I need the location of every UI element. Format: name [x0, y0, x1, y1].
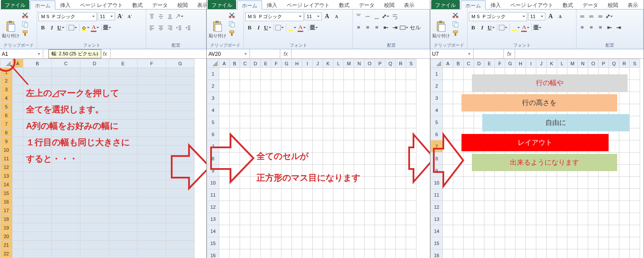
cell[interactable] [323, 213, 333, 225]
shrink-font-button[interactable]: A [332, 12, 341, 21]
cell[interactable] [250, 177, 261, 189]
cell[interactable] [52, 102, 80, 111]
grow-font-button[interactable]: A [323, 12, 331, 21]
cell[interactable] [619, 165, 630, 177]
cell[interactable] [609, 80, 619, 92]
cell[interactable] [526, 213, 536, 225]
cell[interactable] [250, 165, 261, 177]
cell[interactable] [557, 128, 567, 140]
cell[interactable] [495, 225, 505, 237]
cell[interactable] [13, 249, 23, 258]
cell[interactable] [599, 153, 609, 165]
cell[interactable] [138, 249, 166, 258]
font-name-combo[interactable]: ＭＳ Ｐゴシック [245, 12, 304, 21]
cell[interactable] [453, 80, 464, 92]
cell[interactable] [547, 80, 557, 92]
cell[interactable] [474, 177, 484, 189]
cell[interactable] [464, 104, 474, 116]
cell[interactable] [557, 80, 567, 92]
row-header[interactable]: 5 [431, 116, 443, 128]
cell[interactable] [464, 213, 474, 225]
cell[interactable] [406, 68, 417, 80]
cell[interactable] [464, 189, 474, 201]
cell[interactable] [109, 154, 138, 163]
cell[interactable] [526, 68, 536, 80]
cell[interactable] [619, 92, 630, 104]
cell[interactable] [630, 201, 640, 213]
align-center-button[interactable]: ≡ [587, 23, 596, 32]
cell[interactable] [23, 232, 52, 241]
italic-button[interactable]: I [478, 23, 487, 32]
cell[interactable] [526, 128, 536, 140]
cell[interactable] [138, 111, 166, 120]
cell[interactable] [567, 140, 578, 153]
cell[interactable] [516, 189, 526, 201]
cell[interactable] [375, 165, 385, 177]
row-header[interactable]: 10 [207, 177, 219, 189]
cell[interactable] [271, 225, 282, 237]
row-header[interactable]: 13 [0, 172, 13, 180]
cell[interactable] [240, 128, 250, 140]
cell[interactable] [13, 197, 23, 206]
cell[interactable] [80, 241, 109, 249]
copy-button[interactable] [228, 20, 236, 28]
cell[interactable] [282, 189, 292, 201]
cell[interactable] [443, 177, 453, 189]
align-top-button[interactable] [354, 12, 363, 21]
cell[interactable] [271, 92, 282, 104]
cell[interactable] [557, 165, 567, 177]
worksheet-grid[interactable]: ABCDEFGHIJKLMNOPQRS123456789101112131415… [207, 59, 430, 258]
cell[interactable] [505, 128, 516, 140]
row-header[interactable]: 11 [207, 189, 219, 201]
cell[interactable] [302, 80, 313, 92]
cell[interactable] [588, 128, 599, 140]
cell[interactable] [453, 237, 464, 249]
cell[interactable] [495, 140, 505, 153]
tab-data[interactable]: データ [578, 0, 603, 9]
cell[interactable] [365, 104, 375, 116]
cell[interactable] [567, 237, 578, 249]
cell[interactable] [619, 225, 630, 237]
cell[interactable] [609, 237, 619, 249]
fill-color-button[interactable] [511, 23, 521, 32]
row-header[interactable]: 5 [0, 102, 13, 111]
cell[interactable] [464, 177, 474, 189]
cell[interactable] [261, 80, 271, 92]
cell[interactable] [354, 201, 365, 213]
column-header[interactable]: F [138, 59, 166, 68]
cell[interactable] [464, 92, 474, 104]
cell[interactable] [567, 128, 578, 140]
cell[interactable] [375, 237, 385, 249]
cell[interactable] [443, 128, 453, 140]
cell[interactable] [365, 140, 375, 153]
cell[interactable] [619, 249, 630, 258]
cell[interactable] [354, 140, 365, 153]
cell[interactable] [354, 68, 365, 80]
cell[interactable] [354, 165, 365, 177]
cell[interactable] [52, 120, 80, 128]
cell[interactable] [219, 213, 230, 225]
cell[interactable] [406, 165, 417, 177]
cell[interactable] [282, 116, 292, 128]
cell[interactable] [484, 153, 495, 165]
cell[interactable] [219, 153, 230, 165]
row-header[interactable]: 5 [207, 116, 219, 128]
cell[interactable] [495, 116, 505, 128]
font-color-button[interactable]: A [91, 23, 100, 32]
column-header[interactable]: D [80, 59, 109, 68]
cell[interactable] [396, 213, 406, 225]
cell[interactable] [474, 201, 484, 213]
cell[interactable] [292, 153, 302, 165]
cell[interactable] [344, 249, 354, 258]
cell[interactable] [109, 241, 138, 249]
cell[interactable] [80, 154, 109, 163]
cell[interactable] [271, 80, 282, 92]
cell[interactable] [567, 104, 578, 116]
cell[interactable] [302, 92, 313, 104]
align-bottom-button[interactable] [166, 12, 174, 21]
cell[interactable] [578, 201, 588, 213]
cell[interactable] [23, 249, 52, 258]
cell[interactable] [526, 237, 536, 249]
cell[interactable] [80, 146, 109, 154]
cell[interactable] [484, 92, 495, 104]
